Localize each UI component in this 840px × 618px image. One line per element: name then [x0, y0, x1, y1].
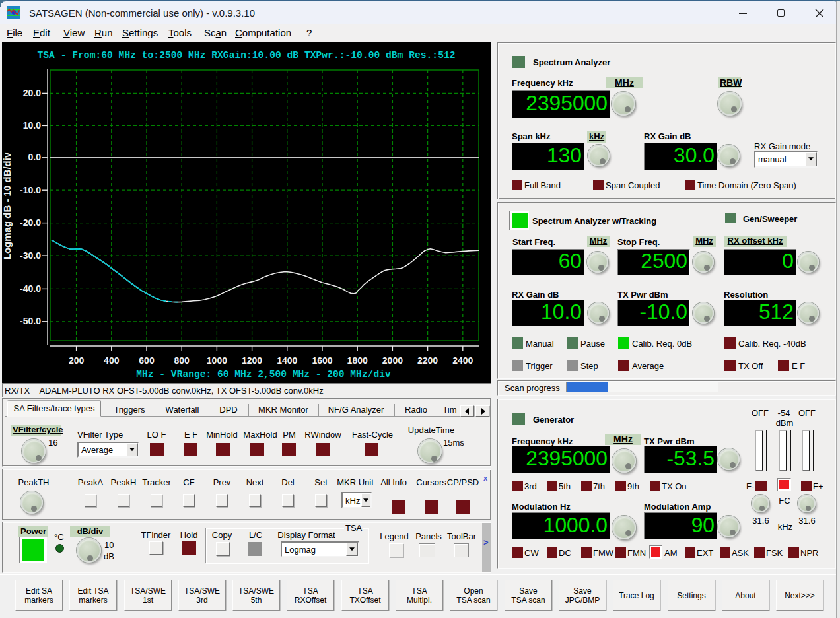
svg-text:MHz - VRange: 60 MHz 2,500 MHz: MHz - VRange: 60 MHz 2,500 MHz - 200 MHz… [136, 369, 391, 380]
svg-text:-10.0: -10.0 [20, 185, 41, 195]
svg-text:400: 400 [104, 355, 120, 366]
svg-text:1000: 1000 [207, 355, 227, 366]
svg-text:2200: 2200 [417, 355, 438, 366]
svg-text:-30.0: -30.0 [20, 250, 41, 261]
svg-text:0.0: 0.0 [28, 152, 42, 162]
svg-text:Logmag dB - 10 dB/div: Logmag dB - 10 dB/div [2, 152, 13, 259]
svg-text:1200: 1200 [242, 355, 262, 366]
svg-text:200: 200 [69, 355, 85, 366]
svg-text:800: 800 [174, 355, 190, 366]
svg-text:-50.0: -50.0 [20, 316, 41, 326]
svg-text:600: 600 [139, 355, 155, 366]
svg-text:-20.0: -20.0 [20, 217, 41, 228]
svg-text:2400: 2400 [452, 355, 473, 366]
svg-text:1800: 1800 [347, 355, 368, 366]
svg-text:-40.0: -40.0 [20, 283, 41, 294]
svg-text:10.0: 10.0 [23, 120, 41, 131]
svg-text:2000: 2000 [382, 355, 403, 366]
svg-text:1600: 1600 [312, 355, 332, 366]
svg-text:TSA - From:60 MHz to:2500 MHz: TSA - From:60 MHz to:2500 MHz RXGain:10.… [38, 50, 456, 61]
svg-text:20.0: 20.0 [23, 88, 41, 98]
svg-text:1400: 1400 [277, 355, 297, 366]
